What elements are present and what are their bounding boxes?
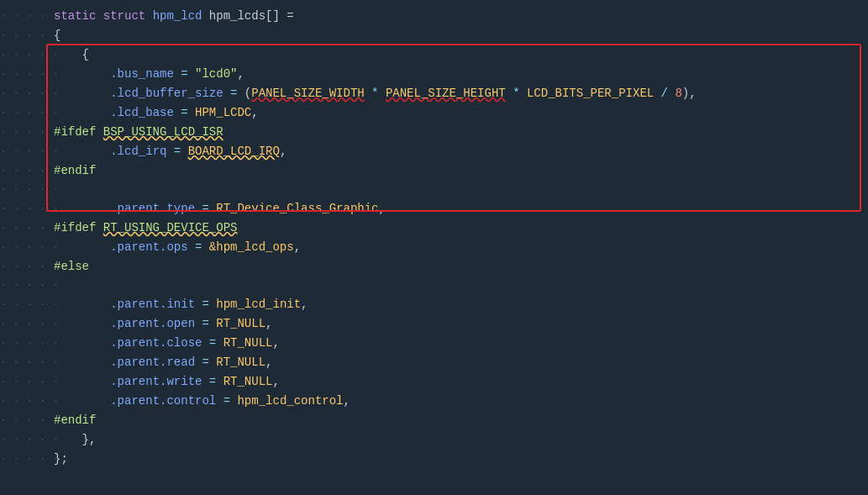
- line-dots: · · · · ·: [0, 431, 50, 450]
- line-dots: · · · · ·: [0, 27, 50, 45]
- code-line: · · · · ·#endif: [0, 411, 868, 430]
- line-content: {: [50, 26, 868, 45]
- code-line: · · · · · .parent.type = RT_Device_Class…: [0, 199, 868, 219]
- line-dots: · · · · ·: [0, 412, 50, 430]
- code-line: · · · · · .lcd_buffer_size = (PANEL_SIZE…: [0, 84, 868, 103]
- line-content: .parent.type = RT_Device_Class_Graphic,: [50, 199, 868, 218]
- code-line: · · · · ·: [0, 276, 868, 295]
- code-line: · · · · · .parent.open = RT_NULL,: [0, 314, 868, 334]
- line-content: #else: [50, 257, 868, 276]
- line-dots: · · · · ·: [0, 200, 50, 219]
- code-line: · · · · · .parent.control = hpm_lcd_cont…: [0, 392, 868, 411]
- line-dots: · · · · ·: [0, 392, 50, 411]
- line-dots: · · · · ·: [0, 315, 50, 334]
- line-content: #endif: [50, 161, 868, 180]
- code-line: · · · · · .parent.ops = &hpm_lcd_ops,: [0, 238, 868, 257]
- line-dots: · · · · ·: [0, 85, 50, 103]
- line-content: #endif: [50, 411, 868, 429]
- code-editor: · · · · ·static struct hpm_lcd hpm_lcds[…: [0, 0, 868, 495]
- line-dots: · · · · ·: [0, 296, 50, 314]
- line-dots: · · · · ·: [0, 143, 50, 161]
- code-line: · · · · · {: [0, 45, 868, 65]
- line-content: .bus_name = "lcd0",: [50, 65, 868, 83]
- line-dots: · · · · ·: [0, 373, 50, 392]
- line-dots: · · · · ·: [0, 258, 50, 276]
- line-dots: · · · · ·: [0, 8, 50, 26]
- line-content: .parent.write = RT_NULL,: [50, 372, 868, 391]
- code-line: · · · · ·#ifdef BSP_USING_LCD_ISR: [0, 123, 868, 142]
- code-line: · · · · · .lcd_base = HPM_LCDC,: [0, 103, 868, 123]
- code-line: · · · · · .parent.init = hpm_lcd_init,: [0, 295, 868, 314]
- line-content: {: [50, 45, 868, 64]
- line-dots: · · · · ·: [0, 334, 50, 353]
- line-dots: · · · · ·: [0, 162, 50, 181]
- line-dots: · · · · ·: [0, 276, 50, 295]
- line-content: .parent.control = hpm_lcd_control,: [50, 392, 868, 410]
- code-line: · · · · · },: [0, 430, 868, 450]
- line-dots: · · · · ·: [0, 354, 50, 372]
- code-line: · · · · ·};: [0, 450, 868, 469]
- code-line: · · · · · .parent.read = RT_NULL,: [0, 353, 868, 372]
- code-line: · · · · ·#ifdef RT_USING_DEVICE_OPS: [0, 219, 868, 238]
- line-content: .parent.read = RT_NULL,: [50, 353, 868, 371]
- code-line: · · · · · .parent.close = RT_NULL,: [0, 334, 868, 353]
- line-content: static struct hpm_lcd hpm_lcds[] =: [50, 7, 868, 25]
- line-content: .parent.open = RT_NULL,: [50, 314, 868, 333]
- line-content: },: [50, 430, 868, 449]
- code-line: · · · · ·#endif: [0, 161, 868, 181]
- line-content: };: [50, 450, 868, 468]
- line-content: .parent.init = hpm_lcd_init,: [50, 295, 868, 313]
- line-dots: · · · · ·: [0, 124, 50, 142]
- code-line: · · · · · .parent.write = RT_NULL,: [0, 372, 868, 392]
- line-content: .parent.ops = &hpm_lcd_ops,: [50, 238, 868, 256]
- code-line: · · · · ·: [0, 181, 868, 199]
- line-dots: · · · · ·: [0, 66, 50, 84]
- code-line: · · · · ·static struct hpm_lcd hpm_lcds[…: [0, 7, 868, 26]
- code-line: · · · · · .lcd_irq = BOARD_LCD_IRQ,: [0, 142, 868, 161]
- code-line: · · · · · .bus_name = "lcd0",: [0, 65, 868, 84]
- line-dots: · · · · ·: [0, 46, 50, 65]
- line-content: #ifdef BSP_USING_LCD_ISR: [50, 123, 868, 141]
- line-content: .lcd_buffer_size = (PANEL_SIZE_WIDTH * P…: [50, 84, 868, 103]
- line-content: .lcd_base = HPM_LCDC,: [50, 103, 868, 122]
- code-line: · · · · ·{: [0, 26, 868, 45]
- line-content: #ifdef RT_USING_DEVICE_OPS: [50, 219, 868, 237]
- line-dots: · · · · ·: [0, 104, 50, 123]
- line-dots: · · · · ·: [0, 219, 50, 238]
- line-content: .parent.close = RT_NULL,: [50, 334, 868, 352]
- line-dots: · · · · ·: [0, 181, 50, 199]
- line-dots: · · · · ·: [0, 450, 50, 469]
- line-dots: · · · · ·: [0, 239, 50, 257]
- code-line: · · · · ·#else: [0, 257, 868, 276]
- line-content: .lcd_irq = BOARD_LCD_IRQ,: [50, 142, 868, 161]
